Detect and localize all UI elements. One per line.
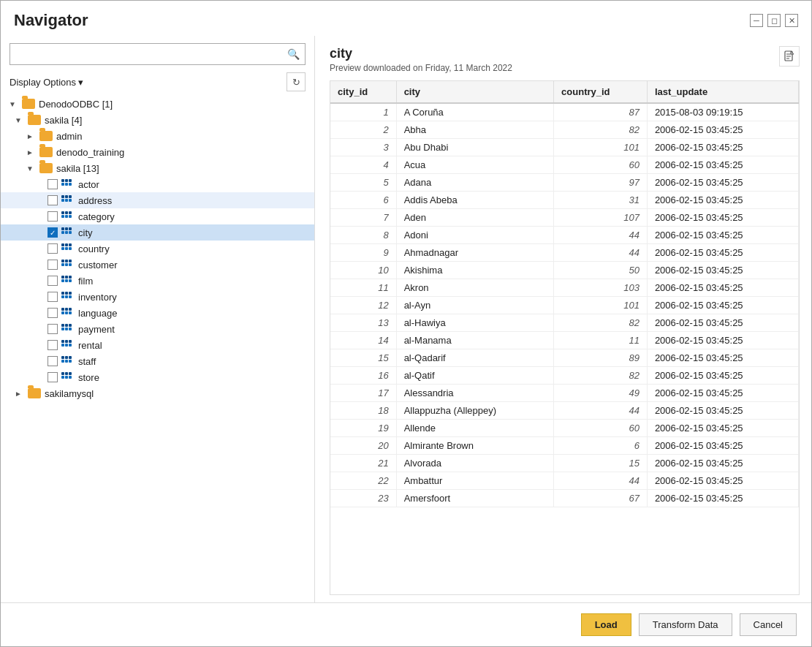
table-cell: 82 (554, 314, 648, 332)
folder-icon (28, 388, 41, 398)
checkbox-country[interactable] (48, 243, 58, 254)
preview-table-container[interactable]: city_id city country_id last_update 1A C… (330, 80, 800, 595)
node-label: staff (78, 356, 96, 367)
table-row: 7Aden1072006-02-15 03:45:25 (330, 209, 799, 227)
col-header-last-update: last_update (647, 81, 798, 103)
tree-node-store[interactable]: ► store (1, 369, 314, 385)
folder-icon (39, 147, 53, 157)
table-cell: 44 (554, 472, 648, 490)
table-row: 20Almirante Brown62006-02-15 03:45:25 (330, 437, 799, 455)
tree-node-city[interactable]: ► city (1, 224, 314, 241)
col-header-city-id: city_id (330, 81, 396, 103)
search-input[interactable] (10, 45, 281, 64)
table-cell: 15 (330, 349, 396, 367)
tree-node-rental[interactable]: ► rental (1, 337, 314, 353)
table-cell: 2006-02-15 03:45:25 (647, 367, 798, 385)
table-cell: 50 (554, 262, 648, 279)
minimize-button[interactable]: ─ (750, 14, 763, 27)
table-cell: 2006-02-15 03:45:25 (647, 244, 798, 262)
close-button[interactable]: ✕ (785, 14, 798, 27)
table-cell: 21 (330, 455, 396, 472)
table-cell: 11 (554, 332, 648, 349)
tree-node-sakilamysql[interactable]: ► sakilamysql (1, 385, 314, 401)
table-cell: 44 (554, 244, 648, 262)
tree-node-film[interactable]: ► film (1, 273, 314, 289)
table-cell: 1 (330, 103, 396, 121)
checkbox-rental[interactable] (48, 340, 58, 350)
table-cell: 2006-02-15 03:45:25 (647, 455, 798, 472)
checkbox-payment[interactable] (48, 324, 58, 334)
table-cell: 49 (554, 385, 648, 402)
tree-node-payment[interactable]: ► payment (1, 321, 314, 337)
table-row: 15al-Qadarif892006-02-15 03:45:25 (330, 349, 799, 367)
refresh-button[interactable]: ↻ (287, 72, 306, 91)
load-button[interactable]: Load (581, 613, 631, 636)
table-cell: 13 (330, 314, 396, 332)
table-cell: 17 (330, 385, 396, 402)
node-label: admin (56, 131, 82, 142)
right-panel: city Preview downloaded on Friday, 11 Ma… (315, 36, 811, 602)
table-row: 3Abu Dhabi1012006-02-15 03:45:25 (330, 139, 799, 156)
table-cell: Akron (396, 279, 553, 297)
checkbox-store[interactable] (48, 372, 58, 382)
tree-node-category[interactable]: ► category (1, 208, 314, 224)
table-cell: 82 (554, 121, 648, 139)
preview-action-button[interactable] (779, 46, 800, 67)
checkbox-address[interactable] (48, 195, 58, 205)
node-label: film (78, 276, 93, 287)
tree-node-language[interactable]: ► language (1, 305, 314, 321)
cancel-button[interactable]: Cancel (740, 613, 797, 636)
table-cell: 44 (554, 227, 648, 244)
tree-node-denodo[interactable]: ▼ DenodoODBC [1] (1, 96, 314, 112)
tree-node-customer[interactable]: ► customer (1, 257, 314, 273)
tree-node-staff[interactable]: ► staff (1, 353, 314, 369)
table-cell: Alessandria (396, 385, 553, 402)
tree-node-country[interactable]: ► country (1, 241, 314, 257)
table-cell: A Coruña (396, 103, 553, 121)
table-cell: 2006-02-15 03:45:25 (647, 174, 798, 192)
table-icon-country (61, 243, 75, 254)
node-label: sakila [4] (45, 115, 82, 126)
tree-node-denodo-training[interactable]: ► denodo_training (1, 144, 314, 160)
checkbox-language[interactable] (48, 308, 58, 318)
title-bar: Navigator ─ ◻ ✕ (1, 1, 811, 36)
col-header-city: city (396, 81, 553, 103)
checkbox-film[interactable] (48, 276, 58, 286)
expander-icon: ▼ (7, 98, 18, 110)
table-row: 1A Coruña872015-08-03 09:19:15 (330, 103, 799, 121)
document-icon (783, 50, 795, 62)
table-cell: 19 (330, 420, 396, 437)
table-cell: 2006-02-15 03:45:25 (647, 121, 798, 139)
checkbox-customer[interactable] (48, 260, 58, 270)
checkbox-city[interactable] (48, 227, 58, 238)
node-label: country (78, 243, 110, 254)
search-button[interactable]: 🔍 (281, 44, 305, 64)
table-cell: 2006-02-15 03:45:25 (647, 385, 798, 402)
checkbox-inventory[interactable] (48, 292, 58, 302)
table-row: 18Allappuzha (Alleppey)442006-02-15 03:4… (330, 402, 799, 420)
table-cell: 60 (554, 420, 648, 437)
table-cell: 87 (554, 103, 648, 121)
display-options-button[interactable]: Display Options ▾ (10, 77, 83, 88)
checkbox-staff[interactable] (48, 356, 58, 366)
tree-node-address[interactable]: ► address (1, 192, 314, 208)
checkbox-actor[interactable] (48, 179, 58, 189)
tree-node-sakila13[interactable]: ▼ sakila [13] (1, 160, 314, 176)
table-cell: al-Qatif (396, 367, 553, 385)
window-controls: ─ ◻ ✕ (750, 14, 798, 27)
table-row: 19Allende602006-02-15 03:45:25 (330, 420, 799, 437)
node-label: sakilamysql (45, 388, 94, 399)
table-cell: 67 (554, 490, 648, 507)
tree-node-inventory[interactable]: ► inventory (1, 289, 314, 305)
tree-node-sakila[interactable]: ▼ sakila [4] (1, 112, 314, 128)
table-cell: 6 (554, 437, 648, 455)
table-icon-category (61, 211, 75, 222)
tree-node-admin[interactable]: ► admin (1, 128, 314, 144)
maximize-button[interactable]: ◻ (767, 14, 781, 27)
table-cell: 107 (554, 209, 648, 227)
checkbox-category[interactable] (48, 211, 58, 222)
transform-data-button[interactable]: Transform Data (639, 613, 732, 636)
table-header-row: city_id city country_id last_update (330, 81, 799, 103)
table-row: 17Alessandria492006-02-15 03:45:25 (330, 385, 799, 402)
tree-node-actor[interactable]: ► actor (1, 176, 314, 192)
